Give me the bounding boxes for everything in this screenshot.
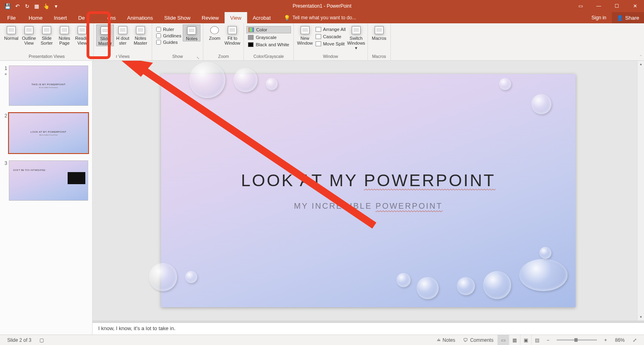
qat-save-icon[interactable]: 💾: [3, 2, 12, 10]
notes-page-button[interactable]: NotesPage: [56, 25, 73, 45]
notes-page-icon: [60, 26, 69, 34]
tab-design[interactable]: De: [72, 12, 91, 23]
tab-acrobat[interactable]: Acrobat: [247, 12, 277, 23]
slide-subtitle-text[interactable]: MY INCREDIBLE POWERPOINT: [294, 201, 442, 211]
move-split-icon: [316, 41, 321, 46]
slide-sorter-status-icon[interactable]: ▦: [509, 335, 520, 345]
black-and-white-button[interactable]: Black and White: [246, 41, 291, 48]
tab-home[interactable]: Home: [23, 12, 48, 23]
notes-pane[interactable]: I know, I know, it's a lot to take in.: [93, 322, 644, 335]
embedded-image-thumbnail: [68, 172, 85, 184]
color-button[interactable]: Color: [246, 26, 291, 33]
animation-star-icon: ✶: [4, 72, 7, 76]
zoom-button[interactable]: Zoom: [206, 25, 223, 41]
bubble-decoration: [519, 259, 568, 291]
status-comments-button[interactable]: 🗩 Comments: [459, 337, 497, 343]
slide-thumbnail-3[interactable]: DON'T BE TOO INTIMIDATED: [9, 160, 88, 201]
thumbnail-row-2: 2 LOOK AT MY POWERPOINT My Incredible Po…: [0, 111, 92, 159]
scroll-down-icon[interactable]: ▾: [638, 314, 644, 320]
window-controls: ▭ — ☐ ✕: [572, 0, 644, 12]
share-button[interactable]: 👤 Share: [612, 12, 644, 23]
minimize-button[interactable]: —: [590, 0, 608, 12]
notes-button[interactable]: Notes: [183, 25, 200, 41]
zoom-out-button[interactable]: −: [543, 337, 553, 343]
tab-insert[interactable]: Insert: [48, 12, 73, 23]
grayscale-button[interactable]: Grayscale: [246, 34, 291, 41]
window-title: Presentation1 - PowerPoint: [293, 3, 351, 9]
reading-view-status-icon[interactable]: ▣: [520, 335, 531, 345]
group-macros: Macros Macros: [368, 23, 391, 60]
slide-master-button[interactable]: SlideMaster: [96, 25, 114, 46]
slide-canvas-area[interactable]: LOOK AT MY POWERPOINT MY INCREDIBLE POWE…: [93, 61, 644, 320]
new-window-button[interactable]: NewWindow: [296, 25, 314, 45]
fit-to-window-status-icon[interactable]: ⤢: [629, 337, 641, 343]
qat-touch-mode-icon[interactable]: 👆: [42, 2, 51, 10]
slide-thumbnail-pane[interactable]: 1✶ THIS IS MY POWERPOINT An Incredible P…: [0, 61, 93, 335]
tab-file[interactable]: File: [0, 12, 23, 23]
slide-counter[interactable]: Slide 2 of 3: [3, 337, 35, 343]
color-icon: [248, 27, 254, 32]
outline-view-icon: [25, 26, 33, 34]
slide-thumbnail-1[interactable]: THIS IS MY POWERPOINT An Incredible Pres…: [9, 66, 88, 106]
bubble-decoration: [189, 62, 225, 98]
vertical-scrollbar[interactable]: ▴ ▾: [637, 61, 644, 320]
reading-view-icon: [78, 26, 87, 34]
zoom-in-button[interactable]: +: [600, 337, 611, 343]
workspace: 1✶ THIS IS MY POWERPOINT An Incredible P…: [0, 61, 644, 335]
slide-title-text[interactable]: LOOK AT MY POWERPOINT: [241, 171, 495, 190]
current-slide[interactable]: LOOK AT MY POWERPOINT MY INCREDIBLE POWE…: [161, 74, 576, 307]
move-split-button[interactable]: Move Split: [314, 41, 347, 47]
sign-in-link[interactable]: Sign in: [586, 12, 612, 23]
qat-start-from-beginning-icon[interactable]: ▦: [32, 2, 41, 10]
notes-master-icon: [136, 26, 145, 34]
slideshow-status-icon[interactable]: ▤: [531, 335, 543, 345]
zoom-slider[interactable]: [557, 339, 597, 341]
close-button[interactable]: ✕: [626, 0, 644, 12]
tab-animations[interactable]: Animations: [122, 12, 159, 23]
reading-view-button[interactable]: ReadinView: [73, 25, 91, 45]
ruler-checkbox[interactable]: Ruler: [156, 27, 181, 32]
outline-view-label: OutlineView: [22, 36, 36, 45]
tab-view[interactable]: View: [225, 12, 247, 23]
tab-slide-show[interactable]: Slide Show: [159, 12, 196, 23]
macros-button[interactable]: Macros: [370, 25, 388, 41]
ribbon-display-options-icon[interactable]: ▭: [572, 0, 590, 12]
gridlines-checkbox[interactable]: Gridlines: [156, 33, 181, 38]
tell-me-search[interactable]: 💡 Tell me what you want to do...: [284, 12, 356, 23]
qat-redo-icon[interactable]: ↻: [23, 2, 31, 10]
outline-view-button[interactable]: OutlineView: [20, 25, 38, 45]
normal-view-status-icon[interactable]: ▭: [497, 335, 509, 345]
handout-master-button[interactable]: H dout ster: [114, 25, 132, 45]
show-dialog-launcher-icon[interactable]: ⤡: [196, 56, 200, 60]
collapse-ribbon-icon[interactable]: ˆ: [640, 55, 642, 60]
slide-sorter-button[interactable]: SlideSorter: [38, 25, 56, 45]
notes-master-button[interactable]: NotesMaster: [132, 25, 149, 45]
zoom-percent[interactable]: 86%: [611, 337, 629, 343]
fit-to-window-label: Fit toWindow: [225, 36, 240, 45]
scroll-track[interactable]: [638, 68, 644, 314]
normal-view-button[interactable]: Normal: [2, 25, 20, 41]
scroll-up-icon[interactable]: ▴: [638, 61, 644, 68]
guides-checkbox[interactable]: Guides: [156, 40, 181, 45]
fit-to-window-button[interactable]: Fit toWindow: [223, 25, 241, 45]
tab-review[interactable]: Review: [196, 12, 225, 23]
normal-view-icon: [7, 26, 16, 34]
qat-customize-dropdown-icon[interactable]: ▾: [52, 2, 60, 10]
maximize-button[interactable]: ☐: [608, 0, 626, 12]
notes-label: Notes: [186, 36, 198, 41]
switch-windows-label: SwitchWindows ▾: [347, 36, 365, 50]
arrange-all-button[interactable]: Arrange All: [314, 26, 347, 33]
normal-view-label: Normal: [4, 36, 18, 41]
switch-windows-button[interactable]: SwitchWindows ▾: [347, 25, 365, 50]
status-notes-button[interactable]: ≐ Notes: [433, 337, 459, 343]
arrange-all-icon: [316, 27, 321, 32]
slide-thumbnail-2[interactable]: LOOK AT MY POWERPOINT My Incredible Powe…: [9, 113, 88, 153]
qat-undo-icon[interactable]: ↶: [13, 2, 22, 10]
spell-check-icon[interactable]: ▢: [35, 337, 48, 343]
bubble-decoration: [417, 277, 439, 299]
tab-transitions[interactable]: ons: [102, 12, 122, 23]
group-window: NewWindow Arrange All Cascade Move Split…: [294, 23, 368, 60]
zoom-slider-knob[interactable]: [574, 338, 578, 342]
cascade-button[interactable]: Cascade: [314, 33, 347, 40]
title-bar: 💾 ↶ ↻ ▦ 👆 ▾ Presentation1 - PowerPoint ▭…: [0, 0, 644, 12]
